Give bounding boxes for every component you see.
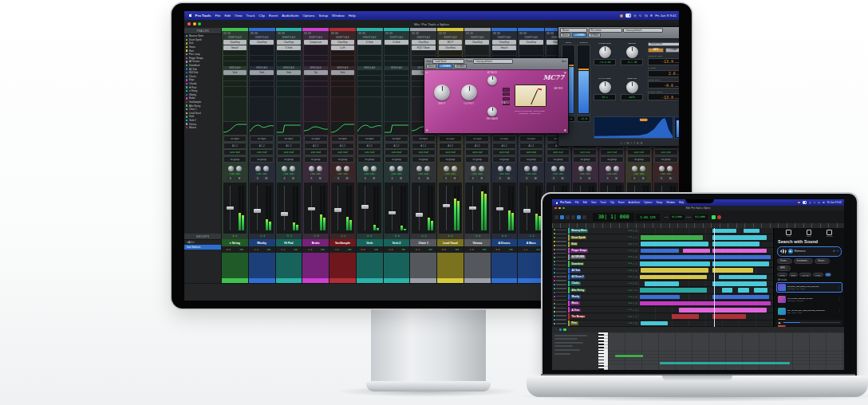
clip[interactable]	[712, 268, 753, 272]
fader-handle[interactable]	[416, 213, 423, 217]
mute-button[interactable]: M	[343, 176, 350, 180]
send-slot-empty[interactable]	[385, 70, 408, 75]
pan-knob-right[interactable]	[397, 166, 403, 171]
insert-slot[interactable]: D-Verb	[277, 45, 301, 50]
group-selector[interactable]: no group	[439, 156, 463, 163]
group-selector[interactable]: no group	[627, 156, 651, 163]
mute-button[interactable]: M	[235, 176, 243, 180]
clip[interactable]	[712, 295, 769, 299]
edit-lane[interactable]	[638, 261, 773, 267]
edit-lane[interactable]	[638, 287, 773, 293]
pan-knob-right[interactable]	[371, 166, 377, 171]
send-slot-empty[interactable]	[357, 81, 381, 86]
edit-tracks-mini-list[interactable]	[552, 228, 569, 327]
fader-handle[interactable]	[496, 207, 503, 211]
insert-slot[interactable]: ChanStrip	[439, 45, 463, 50]
insert-slot-empty[interactable]	[277, 61, 301, 66]
mute-button[interactable]: M	[559, 176, 566, 180]
clip[interactable]	[641, 242, 708, 246]
bypass-button[interactable]: BYPASS	[454, 64, 467, 69]
shuffle-mode-button[interactable]	[554, 215, 558, 219]
insert-slot[interactable]: Smack!	[223, 45, 247, 50]
pan-knob-right[interactable]	[506, 166, 511, 171]
automation-mode-selector[interactable]: auto read	[654, 149, 678, 155]
insert-slot-empty[interactable]	[331, 56, 355, 61]
groups-panel[interactable]: GROUPS <ALL>Inst Selects	[184, 234, 222, 283]
send-slot-empty[interactable]	[223, 81, 247, 86]
edit-track-header-downbeat[interactable]: Downbeat-0.8	[568, 261, 638, 267]
tag-chip-house[interactable]: House	[813, 273, 823, 277]
native-button[interactable]: Native	[560, 33, 570, 38]
track-name-chip[interactable]: Perc	[570, 321, 578, 325]
apple-menu-icon[interactable]	[556, 202, 558, 204]
more-options-button[interactable]: ⋮	[838, 309, 841, 313]
track-name-chip[interactable]: Kick	[570, 242, 578, 246]
edit-track-header-a2-sub[interactable]: A2 Sub-3.0	[568, 268, 638, 274]
insert-slot-empty[interactable]	[385, 45, 408, 50]
pan-knob-right[interactable]	[586, 166, 592, 171]
send-slot-empty[interactable]	[277, 87, 301, 92]
edit-lane[interactable]	[638, 307, 773, 313]
pan-knob-left[interactable]	[551, 166, 557, 171]
midi-play-button[interactable]	[563, 328, 566, 332]
send-slot-empty[interactable]	[223, 76, 247, 81]
sample-result-row[interactable]: OS_DNT_120_Bass_Loop_Dm.wavsynth bass · …	[776, 282, 842, 293]
edit-track-header-wonky[interactable]: Wonky-2.6	[568, 294, 638, 301]
insert-slot-empty[interactable]	[439, 50, 463, 55]
clip[interactable]	[712, 314, 746, 318]
automation-mode-selector[interactable]: auto read	[277, 149, 301, 155]
pan-knob-left[interactable]	[524, 166, 530, 171]
input-selector[interactable]: no input	[439, 136, 463, 142]
pan-knob-right[interactable]	[532, 166, 538, 171]
send-slot-empty[interactable]	[223, 92, 247, 96]
send-slot-empty[interactable]	[385, 92, 408, 96]
preset-selector[interactable]: <factory default>	[473, 59, 513, 65]
track-name-plate[interactable]: Vienna	[464, 239, 491, 246]
clip[interactable]	[712, 229, 736, 233]
insert-slot-empty[interactable]	[250, 61, 274, 66]
pan-knob-right[interactable]	[667, 166, 673, 171]
solo-button[interactable]	[633, 316, 635, 318]
menu-item-event[interactable]: Event	[618, 201, 625, 204]
insert-slot[interactable]: ChanStrip	[223, 40, 247, 45]
insert-slot-empty[interactable]	[250, 56, 274, 61]
send-slot-empty[interactable]	[304, 87, 328, 92]
send-slot[interactable]: Verb	[277, 70, 301, 75]
insert-slot[interactable]: ChanStrip	[277, 40, 301, 45]
output-selector[interactable]: A 1-2	[357, 143, 381, 149]
group-selector[interactable]: no group	[465, 156, 489, 163]
output-knob[interactable]	[461, 85, 477, 100]
clip[interactable]	[660, 362, 790, 364]
solo-button[interactable]	[633, 256, 635, 258]
solo-button[interactable]: S	[227, 176, 234, 180]
tag-chip-bass[interactable]: Bass	[789, 273, 798, 277]
mute-button[interactable]	[635, 289, 637, 292]
pan-knob-left[interactable]	[363, 166, 369, 171]
edit-lane[interactable]	[638, 248, 773, 254]
edit-lane[interactable]	[638, 268, 773, 274]
group-selector[interactable]: no group	[573, 156, 597, 163]
splice-nav-library[interactable]: Library	[806, 230, 811, 237]
mute-button[interactable]	[635, 302, 637, 305]
edit-track-header-finger-snaps[interactable]: Finger Snaps-2.2	[568, 248, 638, 254]
insert-slot-empty[interactable]	[277, 50, 301, 55]
insert-slot[interactable]: EQ3 7-Band	[412, 45, 436, 50]
send-slot-empty[interactable]	[331, 92, 355, 96]
mute-button[interactable]: M	[262, 176, 270, 180]
insert-slot-empty[interactable]	[223, 50, 247, 55]
grabber-tool-button[interactable]	[582, 215, 586, 219]
edit-lane[interactable]	[638, 320, 773, 327]
input-selector[interactable]: no input	[357, 136, 381, 142]
compare-button[interactable]: COMPARE	[572, 33, 587, 38]
clip[interactable]	[640, 301, 771, 305]
release-knob[interactable]	[487, 107, 497, 116]
automation-mode-selector[interactable]: auto read	[627, 149, 651, 155]
insert-slot-empty[interactable]	[357, 56, 381, 61]
mute-button[interactable]	[635, 230, 637, 232]
automation-mode-selector[interactable]: auto read	[573, 149, 597, 155]
track-name-plate[interactable]: Hi Pad	[276, 239, 302, 246]
solo-button[interactable]: S	[334, 176, 341, 180]
track-name-plate[interactable]: VoxSample	[329, 239, 356, 246]
insert-slot-empty[interactable]	[223, 56, 247, 61]
mute-button[interactable]: M	[397, 176, 404, 180]
